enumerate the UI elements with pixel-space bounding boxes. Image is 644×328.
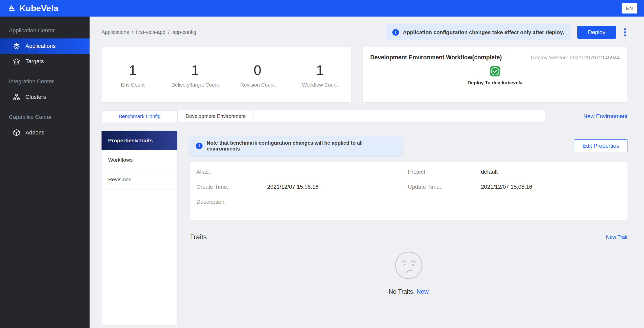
sidebar-item-label: Applications	[25, 43, 56, 49]
main-content: Applications / first-vela-app / app-conf…	[90, 17, 644, 328]
breadcrumb-separator: /	[168, 29, 170, 35]
environment-tabs: Benchmark Config Development Environment…	[102, 110, 627, 122]
stat-label: Workflow Count	[289, 82, 351, 88]
config-subnav: Properties&Traits Workflows Revisions	[102, 131, 177, 325]
breadcrumb-first-vela-app[interactable]: first-vela-app	[136, 29, 165, 35]
check-success-icon	[489, 66, 500, 77]
create-time-value: 2021/12/07 15:08:16	[267, 184, 408, 190]
update-time-value: 2021/12/07 15:08:16	[481, 184, 627, 190]
deploy-info-alert: i Application configuration changes take…	[386, 24, 570, 40]
deploy-info-alert-text: Application configuration changes take e…	[403, 29, 564, 35]
empty-face-icon	[394, 251, 423, 281]
clusters-icon	[13, 93, 20, 101]
new-trait-inline-link[interactable]: New	[417, 288, 429, 295]
stat-label: DeliveryTarget Count	[164, 82, 226, 88]
project-value: default	[481, 169, 627, 175]
stats-card: 1 Env Count 1 DeliveryTarget Count 0 Rev…	[102, 47, 351, 102]
properties-card: Alias: Project: default Create Time: 202…	[190, 162, 627, 220]
sidebar-item-label: Targets	[25, 58, 44, 65]
stat-deliverytarget-count: 1 DeliveryTarget Count	[164, 62, 226, 88]
layers-icon	[13, 42, 20, 50]
info-icon: i	[392, 29, 399, 36]
traits-title: Traits	[190, 233, 207, 241]
sidebar-item-label: Clusters	[25, 94, 46, 100]
language-button[interactable]: EN	[622, 3, 637, 13]
tab-development-environment[interactable]: Development Environment	[178, 110, 254, 122]
info-icon: i	[196, 143, 203, 149]
no-traits-text: No Traits,	[389, 288, 415, 295]
workflow-card: Development Environment Workflow(complet…	[363, 47, 627, 102]
traits-empty-state: No Traits, New	[190, 251, 627, 295]
sidebar-item-label: Addons	[25, 129, 45, 136]
new-trait-link[interactable]: New Trait	[606, 234, 627, 240]
kubevela-logo-icon	[8, 4, 16, 13]
alias-label: Alias:	[196, 169, 267, 175]
stat-revision-count: 0 Revision Count	[226, 62, 289, 88]
stat-workflow-count: 1 Workflow Count	[289, 62, 351, 88]
deploy-version: Deploy Version: 20211207072145944	[531, 54, 620, 61]
description-label: Description:	[196, 199, 267, 205]
create-time-label: Create Time:	[196, 184, 267, 190]
stat-value: 1	[289, 62, 351, 78]
subnav-item-properties-traits[interactable]: Properties&Traits	[102, 131, 177, 150]
benchmark-note-alert: i Note that benchmark configuration chan…	[190, 136, 403, 155]
stat-value: 1	[164, 62, 226, 78]
sidebar: Application Center Applications Targets	[0, 17, 90, 328]
edit-properties-button[interactable]: Edit Properties	[574, 139, 627, 152]
subnav-item-workflows[interactable]: Workflows	[102, 150, 177, 170]
sidebar-item-applications[interactable]: Applications	[0, 38, 90, 54]
topbar: KubeVela EN	[0, 0, 644, 17]
update-time-label: Update Time:	[408, 184, 481, 190]
properties-panel: i Note that benchmark configuration chan…	[190, 131, 627, 295]
new-environment-link[interactable]: New Environment	[545, 110, 627, 122]
sidebar-section-application-center: Application Center	[0, 18, 90, 38]
addons-icon	[13, 129, 20, 136]
breadcrumb-app-config[interactable]: app-config	[173, 29, 196, 35]
workflow-step-deploy[interactable]: Deploy To dev-kubevela	[467, 66, 522, 86]
project-label: Project:	[408, 169, 481, 175]
breadcrumb-applications[interactable]: Applications	[102, 29, 129, 35]
stat-label: Env Count	[102, 82, 164, 88]
sidebar-section-integration-center: Integration Center	[0, 69, 90, 89]
benchmark-note-text: Note that benchmark configuration change…	[207, 140, 396, 152]
breadcrumb: Applications / first-vela-app / app-conf…	[102, 29, 196, 35]
workflow-step-label: Deploy To dev-kubevela	[467, 80, 522, 86]
subnav-item-revisions[interactable]: Revisions	[102, 170, 177, 189]
deploy-button[interactable]: Deploy	[577, 26, 616, 39]
targets-icon	[13, 58, 20, 65]
stat-value: 0	[226, 62, 289, 78]
tab-benchmark-config[interactable]: Benchmark Config	[102, 110, 178, 122]
sidebar-item-targets[interactable]: Targets	[0, 54, 90, 69]
brand-title: KubeVela	[19, 3, 58, 13]
kubevela-brand[interactable]: KubeVela	[8, 3, 58, 13]
breadcrumb-separator: /	[132, 29, 133, 35]
sidebar-item-clusters[interactable]: Clusters	[0, 89, 90, 105]
stat-env-count: 1 Env Count	[102, 62, 164, 88]
sidebar-item-addons[interactable]: Addons	[0, 125, 90, 140]
more-actions-menu-icon[interactable]	[623, 26, 627, 38]
stat-label: Revision Count	[226, 82, 289, 88]
sidebar-section-capability-center: Capability Center	[0, 105, 90, 125]
stat-value: 1	[102, 62, 164, 78]
workflow-title: Development Environment Workflow(complet…	[370, 54, 502, 61]
